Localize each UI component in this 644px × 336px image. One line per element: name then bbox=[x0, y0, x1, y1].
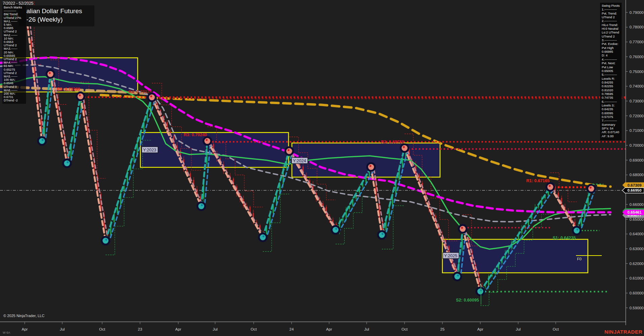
level-label: R4: 0.73175 bbox=[129, 90, 152, 94]
instrument-title-block: alian Dollar Futures -26 (Weekly) bbox=[19, 5, 94, 26]
swing-pivots-line: 0.78595 bbox=[602, 92, 622, 96]
price-tick-label: 0.64000 bbox=[629, 232, 644, 236]
bench-marks-line: UTrend 27% bbox=[4, 16, 26, 20]
instrument-title-line1: alian Dollar Futures bbox=[26, 7, 94, 15]
swing-pivots-line: Pvt. Evolve: bbox=[602, 42, 622, 46]
time-tick-label: Jul bbox=[364, 327, 369, 331]
price-tick-label: 0.75000 bbox=[629, 70, 644, 74]
bench-marks-line: 20 MA: bbox=[4, 51, 26, 54]
swing-pivots-line: 4.------------ bbox=[602, 58, 622, 62]
time-tick-label: Oct bbox=[401, 327, 408, 331]
instrument-title-line2: -26 (Weekly) bbox=[26, 16, 94, 23]
swing-low-marker bbox=[454, 273, 461, 281]
year-badge-label: Y:2025 bbox=[444, 254, 457, 258]
swing-high-marker bbox=[547, 183, 554, 191]
swing-high-marker bbox=[47, 70, 54, 78]
bench-marks-line: UTrend 0 bbox=[4, 85, 26, 89]
swing-pivots-line: 2.------------ bbox=[602, 19, 622, 23]
swing-pivots-line: Pvt High bbox=[602, 46, 622, 50]
swing-pivots-line: D: 4 bbox=[602, 54, 622, 57]
swing-high-marker bbox=[401, 144, 409, 152]
time-tick-label: 25 bbox=[440, 327, 445, 331]
price-tick-label: 0.78000 bbox=[629, 25, 644, 29]
swing-low-marker bbox=[198, 202, 205, 210]
time-tick-label: Jul bbox=[213, 327, 218, 331]
bench-marks-line: ------------ bbox=[4, 9, 26, 13]
bench-marks-line: UTrend 2 bbox=[4, 30, 26, 33]
swing-pivots-line: 1.------------ bbox=[602, 8, 622, 11]
bench-marks-line: UTrend 2 bbox=[4, 44, 26, 47]
price-tick-label: 0.59000 bbox=[629, 306, 644, 310]
swing-high-marker bbox=[285, 147, 293, 155]
swing-high-marker bbox=[77, 93, 85, 100]
swing-pivots-line: Pvt Low bbox=[602, 66, 622, 69]
bench-marks-line: 0.65275 bbox=[4, 68, 26, 71]
time-tick-label: Apr bbox=[326, 327, 332, 331]
level-label: R2: 0.69755 bbox=[381, 140, 404, 144]
level-label: R3: 0.70240 bbox=[184, 133, 207, 137]
time-tick-label: 24 bbox=[290, 327, 294, 331]
swing-pivots-line: 0.66985 bbox=[602, 50, 622, 54]
price-tick-label: 0.70000 bbox=[629, 143, 644, 147]
swing-pivots-line: 0.57375 bbox=[602, 115, 622, 119]
swing-pivots-line: 0.65005 bbox=[602, 69, 622, 73]
swing-high-marker bbox=[367, 163, 375, 171]
swing-pivots-line: 5.------------ bbox=[602, 73, 622, 77]
swing-pivots-line: Levels S: bbox=[602, 104, 622, 107]
swing-pivots-line: Lo:2 UTrend bbox=[602, 31, 622, 34]
swing-pivots-line: 0.84255 bbox=[602, 81, 622, 85]
level-label: S1: 0.64235 bbox=[553, 236, 576, 240]
bench-marks-line: MA6.------ bbox=[4, 89, 26, 92]
swing-pivots-line: Swing Pivots bbox=[602, 4, 622, 8]
ninjatrader-chart-window: R5: 0.73260R4: 0.73175R3: 0.70240R2: 0.6… bbox=[0, 0, 644, 336]
time-tick-label: Oct bbox=[553, 327, 559, 331]
bench-marks-line: UTrend 2 bbox=[4, 71, 26, 75]
swing-pivots-line: Pvt. Next: bbox=[602, 62, 622, 65]
swing-low-marker bbox=[102, 237, 110, 245]
price-tick-label: 0.60000 bbox=[629, 291, 644, 295]
swing-low-marker bbox=[63, 160, 71, 167]
price-tick-label: 0.72000 bbox=[629, 114, 644, 118]
year-badge-label: Y:2024 bbox=[293, 159, 306, 163]
swing-pivots-line: UTrend 2 bbox=[602, 35, 622, 39]
bench-marks-line: 0.6553 bbox=[4, 40, 26, 44]
swing-low-marker bbox=[332, 226, 340, 234]
swing-high-marker bbox=[204, 137, 211, 145]
bench-marks-line: MA4.------ bbox=[4, 61, 26, 64]
bench-marks-line: DTrend -2 bbox=[4, 99, 26, 102]
swing-low-marker bbox=[38, 137, 46, 145]
swing-pivots-line: SP's: 54 bbox=[602, 127, 622, 130]
time-tick-label: Apr bbox=[477, 327, 483, 331]
price-tick-label: 0.73000 bbox=[629, 99, 644, 103]
time-tick-label: Jul bbox=[60, 327, 65, 331]
swing-pivots-line: 0.81020 bbox=[602, 89, 622, 92]
swing-pivots-line: 7.------------ bbox=[602, 119, 622, 123]
bench-marks-line: 200 MA: bbox=[4, 92, 26, 95]
f0-label: F0 bbox=[577, 257, 581, 261]
swing-pivots-line: AF: 9.00 bbox=[602, 135, 622, 138]
time-tick-label: 23 bbox=[138, 327, 142, 331]
swing-low-marker bbox=[259, 234, 267, 241]
price-tick-label: 0.76000 bbox=[629, 55, 644, 59]
swing-high-marker bbox=[148, 94, 156, 101]
swing-high-marker bbox=[459, 225, 467, 233]
bench-marks-line: 0.6731 bbox=[4, 95, 26, 99]
bench-marks-line: MA1.------ bbox=[4, 20, 26, 23]
price-tick-label: 0.74000 bbox=[629, 84, 644, 88]
swing-pivots-line: 0.82255 bbox=[602, 85, 622, 88]
swing-pivots-line: Levels R: bbox=[602, 77, 622, 81]
price-tick-label: 0.63000 bbox=[629, 247, 644, 251]
bench-marks-line: 5 MA: bbox=[4, 23, 26, 26]
series-watermark: W 6A bbox=[3, 331, 10, 334]
bench-marks-line: Bench Marks bbox=[4, 6, 26, 9]
year-badge-label: Y:2023 bbox=[143, 148, 156, 152]
level-label: R5: 0.73260 bbox=[57, 87, 80, 92]
time-tick-label: Apr bbox=[22, 327, 28, 331]
bench-marks-line: MA5.------ bbox=[4, 75, 26, 78]
time-tick-label: Jul bbox=[516, 327, 521, 331]
swing-pivots-panel: Swing Pivots1.------------Pvt. Trend:UTr… bbox=[600, 3, 622, 140]
bench-marks-line: 0.65565 bbox=[4, 54, 26, 57]
price-tick-label: 0.71000 bbox=[629, 128, 644, 133]
swing-pivots-line: Hi:0 Neutral bbox=[602, 27, 622, 31]
chart-canvas[interactable]: R5: 0.73260R4: 0.73175R3: 0.70240R2: 0.6… bbox=[0, 0, 644, 336]
